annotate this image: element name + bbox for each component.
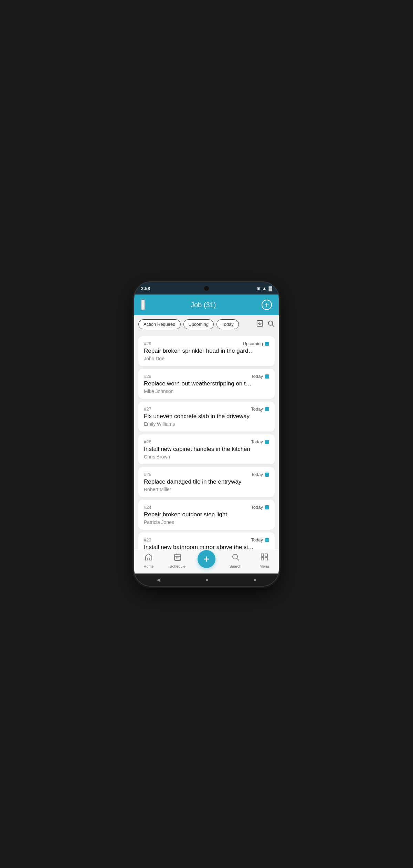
job-number: #24 <box>144 505 151 510</box>
battery-icon: ▓ <box>269 286 272 291</box>
svg-rect-14 <box>265 554 267 556</box>
job-number: #26 <box>144 439 151 444</box>
android-home-button[interactable]: ● <box>205 577 208 582</box>
status-icons: ▣ ▲ ▓ <box>257 286 272 291</box>
job-status-label: Today <box>251 537 263 542</box>
page-title: Job (31) <box>191 301 216 309</box>
job-status-label: Today <box>251 472 263 477</box>
download-icon[interactable] <box>256 320 264 329</box>
job-title: Fix uneven concrete slab in the driveway <box>144 413 269 420</box>
job-card[interactable]: #26 Today Install new cabinet handles in… <box>138 434 275 464</box>
job-client: Patricia Jones <box>144 519 269 525</box>
sim-icon: ▣ <box>257 286 260 291</box>
nav-search-label: Search <box>230 564 242 568</box>
job-client: John Doe <box>144 356 269 361</box>
job-card[interactable]: #27 Today Fix uneven concrete slab in th… <box>138 402 275 432</box>
job-status-label: Today <box>251 439 263 444</box>
nav-home[interactable]: Home <box>134 553 163 568</box>
home-icon <box>145 553 153 563</box>
job-card[interactable]: #23 Today Install new bathroom mirror ab… <box>138 533 275 549</box>
android-recents-button[interactable]: ■ <box>253 577 256 582</box>
job-client: Mike Johnson <box>144 389 269 394</box>
job-title: Repair broken outdoor step light <box>144 511 269 518</box>
svg-point-11 <box>233 554 237 559</box>
job-number: #25 <box>144 472 151 477</box>
job-status-label: Today <box>251 406 263 412</box>
filter-today[interactable]: Today <box>216 319 239 329</box>
status-dot <box>265 505 269 509</box>
status-dot <box>265 342 269 346</box>
filter-upcoming[interactable]: Upcoming <box>183 319 214 329</box>
menu-icon <box>260 553 268 563</box>
status-dot <box>265 407 269 411</box>
schedule-icon: 12 <box>173 553 182 563</box>
status-bar: 2:58 ▣ ▲ ▓ <box>134 282 279 294</box>
job-client: Robert Miller <box>144 487 269 492</box>
job-number: #28 <box>144 374 151 379</box>
filter-action-required[interactable]: Action Required <box>138 319 181 329</box>
job-status-label: Upcoming <box>243 341 263 346</box>
nav-menu-label: Menu <box>260 564 269 568</box>
search-nav-icon <box>231 553 240 563</box>
filter-actions <box>256 320 275 329</box>
app-header: ‹ Job (31) + <box>134 294 279 315</box>
job-status-label: Today <box>251 505 263 510</box>
svg-rect-15 <box>261 558 264 560</box>
nav-search[interactable]: Search <box>221 553 250 568</box>
svg-line-3 <box>272 325 274 327</box>
job-card[interactable]: #24 Today Repair broken outdoor step lig… <box>138 500 275 530</box>
add-button[interactable] <box>198 550 215 568</box>
nav-home-label: Home <box>144 564 153 568</box>
status-time: 2:58 <box>141 286 150 291</box>
svg-line-12 <box>237 558 239 560</box>
nav-schedule[interactable]: 12 Schedule <box>163 553 192 568</box>
job-number: #29 <box>144 341 151 346</box>
android-nav: ◀ ● ■ <box>134 574 279 586</box>
status-dot <box>265 538 269 542</box>
job-number: #27 <box>144 406 151 412</box>
status-dot <box>265 440 269 444</box>
job-title: Replace worn-out weatherstripping on t… <box>144 380 269 387</box>
job-title: Install new cabinet handles in the kitch… <box>144 446 269 453</box>
back-button[interactable]: ‹ <box>141 300 145 310</box>
filter-bar: Action Required Upcoming Today <box>134 315 279 333</box>
camera-notch <box>204 286 209 291</box>
svg-rect-16 <box>265 558 267 560</box>
android-back-button[interactable]: ◀ <box>157 577 160 582</box>
job-card[interactable]: #28 Today Replace worn-out weatherstripp… <box>138 369 275 399</box>
job-title: Install new bathroom mirror above the si… <box>144 544 269 549</box>
job-list: #29 Upcoming Repair broken sprinkler hea… <box>134 333 279 549</box>
svg-rect-13 <box>261 554 264 556</box>
search-icon[interactable] <box>267 320 275 329</box>
nav-menu[interactable]: Menu <box>250 553 279 568</box>
svg-text:12: 12 <box>176 557 179 559</box>
job-status-label: Today <box>251 374 263 379</box>
job-number: #23 <box>144 537 151 542</box>
phone-frame: 2:58 ▣ ▲ ▓ ‹ Job (31) + Action Required … <box>134 282 279 586</box>
status-dot <box>265 473 269 477</box>
add-job-button[interactable]: + <box>262 300 272 310</box>
bottom-nav: Home 12 Schedule <box>134 549 279 574</box>
job-client: Emily Williams <box>144 421 269 427</box>
job-title: Replace damaged tile in the entryway <box>144 478 269 485</box>
job-card[interactable]: #29 Upcoming Repair broken sprinkler hea… <box>138 336 275 366</box>
job-title: Repair broken sprinkler head in the gard… <box>144 348 269 354</box>
job-card[interactable]: #25 Today Replace damaged tile in the en… <box>138 467 275 497</box>
nav-schedule-label: Schedule <box>170 564 186 568</box>
nav-add[interactable] <box>192 554 221 568</box>
status-dot <box>265 374 269 379</box>
wifi-icon: ▲ <box>262 286 267 291</box>
job-client: Chris Brown <box>144 454 269 459</box>
